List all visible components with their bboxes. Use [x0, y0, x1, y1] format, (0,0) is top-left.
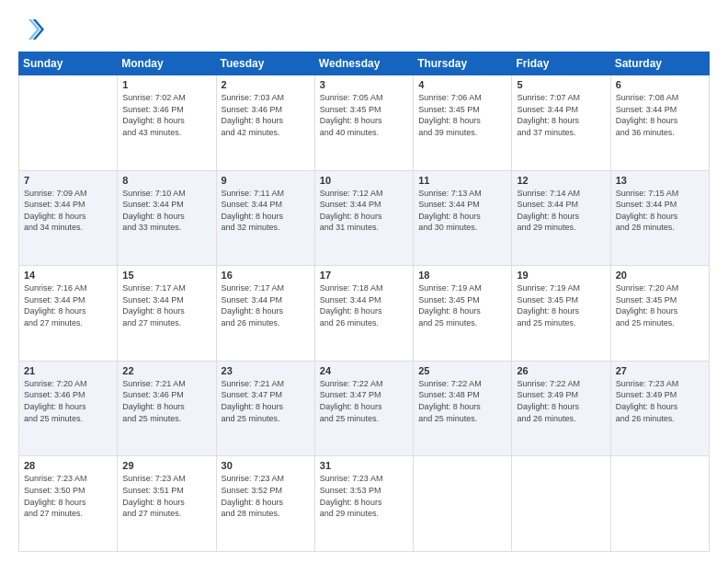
calendar-cell: 14Sunrise: 7:16 AM Sunset: 3:44 PM Dayli…: [19, 266, 118, 362]
day-number: 23: [222, 365, 310, 376]
day-number: 27: [616, 365, 704, 376]
cell-info: Sunrise: 7:21 AM Sunset: 3:47 PM Dayligh…: [222, 378, 310, 424]
cell-info: Sunrise: 7:23 AM Sunset: 3:50 PM Dayligh…: [24, 473, 112, 519]
cell-info: Sunrise: 7:23 AM Sunset: 3:51 PM Dayligh…: [122, 473, 210, 519]
cell-info: Sunrise: 7:22 AM Sunset: 3:48 PM Dayligh…: [418, 378, 506, 424]
calendar-cell: 2Sunrise: 7:03 AM Sunset: 3:46 PM Daylig…: [216, 75, 314, 171]
day-number: 1: [122, 79, 210, 90]
day-number: 17: [320, 270, 408, 281]
calendar-cell: 18Sunrise: 7:19 AM Sunset: 3:45 PM Dayli…: [414, 266, 512, 362]
cell-info: Sunrise: 7:07 AM Sunset: 3:44 PM Dayligh…: [517, 92, 605, 138]
week-row-2: 7Sunrise: 7:09 AM Sunset: 3:44 PM Daylig…: [19, 170, 710, 266]
calendar-cell: 28Sunrise: 7:23 AM Sunset: 3:50 PM Dayli…: [19, 456, 118, 552]
day-number: 22: [122, 365, 210, 376]
calendar-cell: [610, 456, 709, 552]
calendar-cell: 10Sunrise: 7:12 AM Sunset: 3:44 PM Dayli…: [314, 170, 413, 266]
cell-info: Sunrise: 7:02 AM Sunset: 3:46 PM Dayligh…: [122, 92, 210, 138]
day-number: 29: [122, 460, 210, 471]
cell-info: Sunrise: 7:23 AM Sunset: 3:53 PM Dayligh…: [320, 473, 408, 519]
day-number: 7: [24, 175, 112, 186]
cell-info: Sunrise: 7:22 AM Sunset: 3:49 PM Dayligh…: [517, 378, 605, 424]
calendar-cell: 22Sunrise: 7:21 AM Sunset: 3:46 PM Dayli…: [118, 361, 216, 456]
col-header-tuesday: Tuesday: [216, 52, 314, 75]
calendar-cell: 6Sunrise: 7:08 AM Sunset: 3:44 PM Daylig…: [610, 75, 709, 171]
day-number: 12: [517, 175, 605, 186]
day-number: 18: [418, 270, 506, 281]
cell-info: Sunrise: 7:23 AM Sunset: 3:49 PM Dayligh…: [616, 378, 704, 424]
calendar-header-row: SundayMondayTuesdayWednesdayThursdayFrid…: [19, 52, 710, 75]
cell-info: Sunrise: 7:05 AM Sunset: 3:45 PM Dayligh…: [320, 92, 408, 138]
cell-info: Sunrise: 7:12 AM Sunset: 3:44 PM Dayligh…: [320, 188, 408, 234]
cell-info: Sunrise: 7:20 AM Sunset: 3:46 PM Dayligh…: [24, 378, 112, 424]
calendar-cell: 30Sunrise: 7:23 AM Sunset: 3:52 PM Dayli…: [216, 456, 314, 552]
cell-info: Sunrise: 7:14 AM Sunset: 3:44 PM Dayligh…: [517, 188, 605, 234]
col-header-thursday: Thursday: [414, 52, 512, 75]
day-number: 11: [418, 175, 506, 186]
calendar-cell: 1Sunrise: 7:02 AM Sunset: 3:46 PM Daylig…: [118, 75, 216, 171]
col-header-friday: Friday: [512, 52, 610, 75]
calendar-cell: 26Sunrise: 7:22 AM Sunset: 3:49 PM Dayli…: [512, 361, 610, 456]
calendar-cell: 3Sunrise: 7:05 AM Sunset: 3:45 PM Daylig…: [314, 75, 413, 171]
cell-info: Sunrise: 7:21 AM Sunset: 3:46 PM Dayligh…: [122, 378, 210, 424]
day-number: 30: [222, 460, 310, 471]
cell-info: Sunrise: 7:18 AM Sunset: 3:44 PM Dayligh…: [320, 282, 408, 328]
calendar-cell: 4Sunrise: 7:06 AM Sunset: 3:45 PM Daylig…: [414, 75, 512, 171]
cell-info: Sunrise: 7:17 AM Sunset: 3:44 PM Dayligh…: [222, 282, 310, 328]
calendar-cell: 20Sunrise: 7:20 AM Sunset: 3:45 PM Dayli…: [610, 266, 709, 362]
calendar-cell: 7Sunrise: 7:09 AM Sunset: 3:44 PM Daylig…: [19, 170, 118, 266]
week-row-1: 1Sunrise: 7:02 AM Sunset: 3:46 PM Daylig…: [19, 75, 710, 171]
day-number: 24: [320, 365, 408, 376]
col-header-sunday: Sunday: [19, 52, 118, 75]
calendar-cell: [414, 456, 512, 552]
cell-info: Sunrise: 7:06 AM Sunset: 3:45 PM Dayligh…: [418, 92, 506, 138]
day-number: 8: [122, 175, 210, 186]
calendar-cell: 13Sunrise: 7:15 AM Sunset: 3:44 PM Dayli…: [610, 170, 709, 266]
day-number: 6: [616, 79, 704, 90]
svg-marker-1: [28, 19, 40, 40]
day-number: 26: [517, 365, 605, 376]
calendar-cell: [512, 456, 610, 552]
calendar-cell: 29Sunrise: 7:23 AM Sunset: 3:51 PM Dayli…: [118, 456, 216, 552]
cell-info: Sunrise: 7:15 AM Sunset: 3:44 PM Dayligh…: [616, 188, 704, 234]
page: SundayMondayTuesdayWednesdayThursdayFrid…: [0, 0, 728, 563]
day-number: 9: [222, 175, 310, 186]
cell-info: Sunrise: 7:10 AM Sunset: 3:44 PM Dayligh…: [122, 188, 210, 234]
cell-info: Sunrise: 7:20 AM Sunset: 3:45 PM Dayligh…: [616, 282, 704, 328]
day-number: 2: [222, 79, 310, 90]
day-number: 10: [320, 175, 408, 186]
cell-info: Sunrise: 7:19 AM Sunset: 3:45 PM Dayligh…: [418, 282, 506, 328]
logo-icon: [18, 17, 44, 42]
week-row-3: 14Sunrise: 7:16 AM Sunset: 3:44 PM Dayli…: [19, 266, 710, 362]
day-number: 3: [320, 79, 408, 90]
cell-info: Sunrise: 7:13 AM Sunset: 3:44 PM Dayligh…: [418, 188, 506, 234]
cell-info: Sunrise: 7:11 AM Sunset: 3:44 PM Dayligh…: [222, 188, 310, 234]
day-number: 21: [24, 365, 112, 376]
day-number: 4: [418, 79, 506, 90]
day-number: 25: [418, 365, 506, 376]
cell-info: Sunrise: 7:23 AM Sunset: 3:52 PM Dayligh…: [222, 473, 310, 519]
calendar-cell: 31Sunrise: 7:23 AM Sunset: 3:53 PM Dayli…: [314, 456, 413, 552]
calendar-cell: 9Sunrise: 7:11 AM Sunset: 3:44 PM Daylig…: [216, 170, 314, 266]
cell-info: Sunrise: 7:19 AM Sunset: 3:45 PM Dayligh…: [517, 282, 605, 328]
week-row-4: 21Sunrise: 7:20 AM Sunset: 3:46 PM Dayli…: [19, 361, 710, 456]
calendar-cell: 8Sunrise: 7:10 AM Sunset: 3:44 PM Daylig…: [118, 170, 216, 266]
day-number: 19: [517, 270, 605, 281]
cell-info: Sunrise: 7:16 AM Sunset: 3:44 PM Dayligh…: [24, 282, 112, 328]
col-header-monday: Monday: [118, 52, 216, 75]
calendar-table: SundayMondayTuesdayWednesdayThursdayFrid…: [18, 52, 710, 552]
calendar-cell: 24Sunrise: 7:22 AM Sunset: 3:47 PM Dayli…: [314, 361, 413, 456]
day-number: 13: [616, 175, 704, 186]
cell-info: Sunrise: 7:17 AM Sunset: 3:44 PM Dayligh…: [122, 282, 210, 328]
logo: [18, 17, 48, 42]
header: [18, 17, 710, 42]
cell-info: Sunrise: 7:03 AM Sunset: 3:46 PM Dayligh…: [222, 92, 310, 138]
calendar-cell: 17Sunrise: 7:18 AM Sunset: 3:44 PM Dayli…: [314, 266, 413, 362]
day-number: 20: [616, 270, 704, 281]
day-number: 28: [24, 460, 112, 471]
calendar-cell: 21Sunrise: 7:20 AM Sunset: 3:46 PM Dayli…: [19, 361, 118, 456]
calendar-cell: 11Sunrise: 7:13 AM Sunset: 3:44 PM Dayli…: [414, 170, 512, 266]
cell-info: Sunrise: 7:08 AM Sunset: 3:44 PM Dayligh…: [616, 92, 704, 138]
col-header-wednesday: Wednesday: [314, 52, 413, 75]
calendar-cell: 23Sunrise: 7:21 AM Sunset: 3:47 PM Dayli…: [216, 361, 314, 456]
calendar-cell: 5Sunrise: 7:07 AM Sunset: 3:44 PM Daylig…: [512, 75, 610, 171]
